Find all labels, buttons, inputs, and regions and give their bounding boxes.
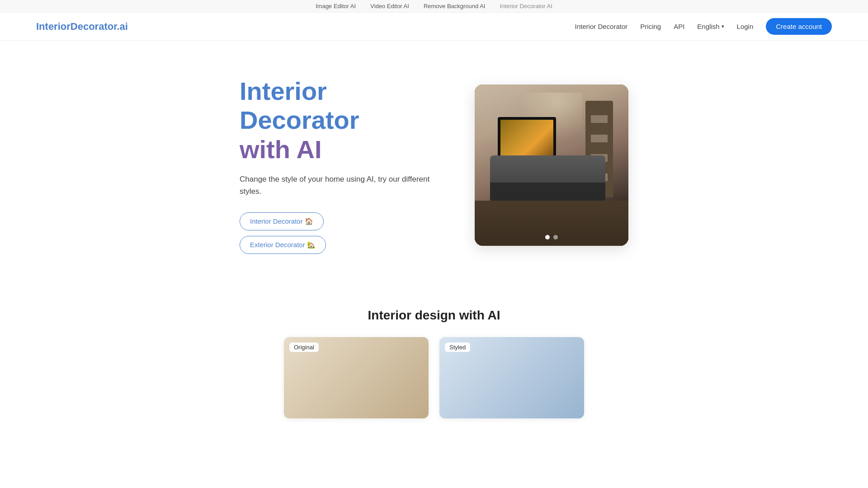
hero-title-line1: Interior Decorator [240, 77, 359, 134]
card-styled-label: Styled [445, 343, 470, 352]
nav-interior-decorator[interactable]: Interior Decorator [575, 23, 628, 30]
topbar-link-remove-bg[interactable]: Remove Background AI [424, 3, 486, 9]
shelf-item [591, 135, 608, 142]
hero-section: Interior Decorator with AI Change the st… [163, 41, 705, 281]
login-button[interactable]: Login [737, 23, 754, 30]
design-card-styled: Styled [439, 337, 584, 418]
topbar-link-interior[interactable]: Interior Decorator AI [500, 3, 552, 9]
hero-image-wrap [475, 84, 628, 246]
top-bar: Image Editor AI Video Editor AI Remove B… [0, 0, 868, 13]
hero-buttons: Interior Decorator 🏠 Exterior Decorator … [240, 212, 439, 254]
hero-title: Interior Decorator with AI [240, 77, 439, 164]
main-nav: InteriorDecorator.ai Interior Decorator … [0, 13, 868, 41]
nav-pricing[interactable]: Pricing [640, 23, 661, 30]
carousel-dot-1[interactable] [545, 235, 550, 239]
design-cards: Original Styled [36, 337, 832, 418]
topbar-link-video-editor[interactable]: Video Editor AI [370, 3, 409, 9]
site-logo[interactable]: InteriorDecorator.ai [36, 21, 128, 33]
nav-links: Interior Decorator Pricing API English L… [575, 18, 832, 35]
design-card-original: Original [284, 337, 429, 418]
hero-image-card [475, 84, 628, 246]
bottom-section: Interior design with AI Original Styled [0, 281, 868, 436]
hero-text: Interior Decorator with AI Change the st… [240, 77, 439, 254]
shelf-item [591, 115, 608, 123]
language-selector[interactable]: English [697, 23, 724, 30]
carousel-dots [545, 235, 558, 239]
room-sofa [490, 155, 605, 201]
nav-api[interactable]: API [674, 23, 684, 30]
bottom-title: Interior design with AI [36, 308, 832, 323]
topbar-link-image-editor[interactable]: Image Editor AI [316, 3, 356, 9]
card-original-label: Original [289, 343, 319, 352]
hero-title-line2: with AI [240, 135, 321, 164]
hero-subtitle: Change the style of your home using AI, … [240, 173, 439, 197]
interior-decorator-button[interactable]: Interior Decorator 🏠 [240, 212, 324, 230]
room-background [475, 84, 628, 246]
exterior-decorator-button[interactable]: Exterior Decorator 🏡 [240, 236, 326, 254]
create-account-button[interactable]: Create account [766, 18, 832, 35]
carousel-dot-2[interactable] [553, 235, 558, 239]
